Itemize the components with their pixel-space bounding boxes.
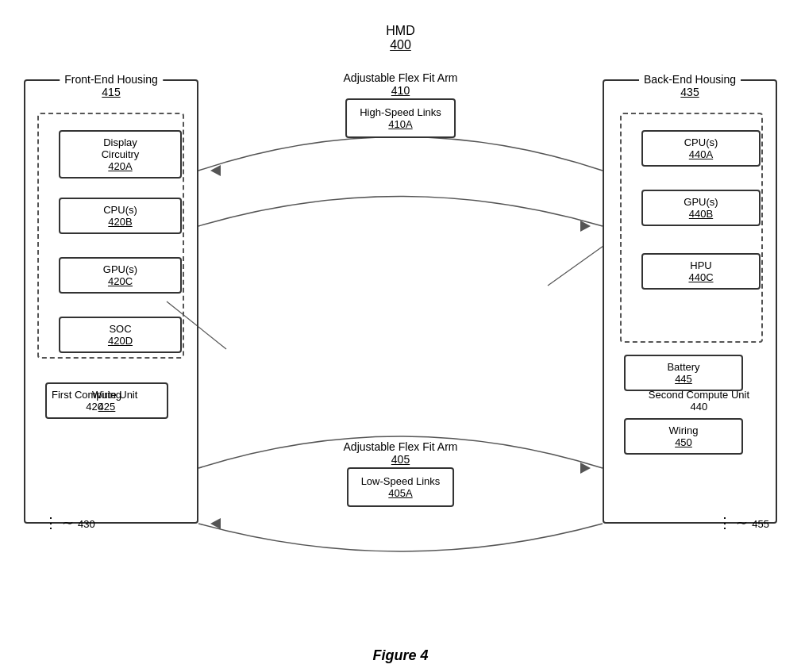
front-compute-group: DisplayCircuitry 420A CPU(s) 420B GPU(s)…: [37, 113, 184, 359]
back-cpu-box: CPU(s) 440A: [641, 130, 761, 167]
front-housing-title: Front-End Housing 415: [60, 73, 163, 98]
bottom-arm-title: Adjustable Flex Fit Arm 405: [344, 440, 458, 466]
back-wiring-box: Wiring 450: [624, 418, 743, 455]
bottom-arm-container: Adjustable Flex Fit Arm 405 Low-Speed Li…: [344, 440, 458, 507]
top-arm-container: Adjustable Flex Fit Arm 410 High-Speed L…: [344, 71, 458, 138]
hmd-label: HMD: [386, 24, 414, 38]
front-soc-box: SOC 420D: [59, 317, 182, 353]
back-housing: Back-End Housing 435 CPU(s) 440A GPU(s) …: [603, 79, 777, 524]
diagram-container: HMD 400 Adjustable Flex Fit Arm 410 High…: [0, 0, 801, 619]
top-arm-box: High-Speed Links 410A: [345, 98, 456, 138]
top-arm-title: Adjustable Flex Fit Arm 410: [344, 71, 458, 97]
back-hpu-box: HPU 440C: [641, 253, 761, 290]
ellipsis-right: ⋮ ∼ 455: [718, 514, 769, 532]
back-gpu-box: GPU(s) 440B: [641, 190, 761, 226]
hmd-num: 400: [386, 38, 414, 52]
front-cpu-box: CPU(s) 420B: [59, 198, 182, 234]
hmd-title: HMD 400: [386, 24, 414, 52]
first-compute-label: First Compute Unit 420: [52, 389, 137, 413]
front-gpu-box: GPU(s) 420C: [59, 257, 182, 294]
back-compute-group: CPU(s) 440A GPU(s) 440B HPU 440C: [620, 113, 763, 343]
ellipsis-left: ⋮ ∼ 430: [44, 514, 95, 532]
svg-marker-3: [580, 463, 591, 474]
back-housing-title: Back-End Housing 435: [639, 73, 741, 98]
front-housing: Front-End Housing 415 DisplayCircuitry 4…: [24, 79, 198, 524]
svg-marker-0: [210, 165, 221, 176]
front-display-box: DisplayCircuitry 420A: [59, 130, 182, 179]
svg-line-5: [548, 246, 603, 286]
bottom-arm-box: Low-Speed Links 405A: [347, 467, 455, 507]
back-battery-box: Battery 445: [624, 355, 743, 391]
svg-marker-2: [210, 518, 221, 529]
figure-caption: Figure 4: [372, 647, 428, 664]
svg-marker-1: [580, 221, 591, 232]
